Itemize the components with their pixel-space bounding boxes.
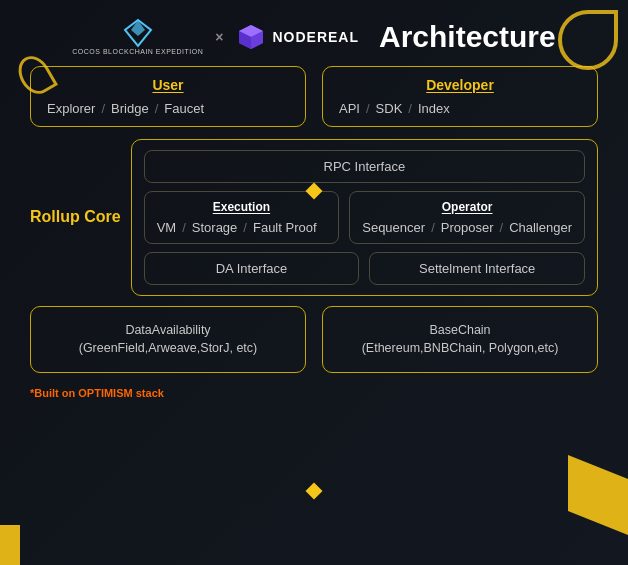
rollup-label: Rollup Core: [30, 139, 121, 296]
cocos-diamond-icon: [123, 18, 153, 48]
footer-highlight: OPTIMISM: [78, 387, 132, 399]
rollup-inner: RPC Interface Execution VM / Storage / F…: [131, 139, 598, 296]
op-sequencer: Sequencer: [362, 220, 425, 235]
operator-items: Sequencer / Proposer / Challenger: [362, 220, 572, 235]
sep1: /: [101, 101, 105, 116]
dev-index: Index: [418, 101, 450, 116]
rollup-section: Rollup Core RPC Interface Execution VM /…: [30, 139, 598, 296]
user-title: User: [47, 77, 289, 93]
page-title: Architecture: [379, 20, 556, 54]
execution-card: Execution VM / Storage / Fault Proof: [144, 191, 340, 244]
rpc-interface-bar: RPC Interface: [144, 150, 585, 183]
footer-prefix: *Built on: [30, 387, 78, 399]
dev-api: API: [339, 101, 360, 116]
user-explorer: Explorer: [47, 101, 95, 116]
footer: *Built on OPTIMISM stack: [0, 383, 628, 403]
da-interface-text: DA Interface: [216, 261, 288, 276]
user-bridge: Bridge: [111, 101, 149, 116]
bottom-row: DataAvailability (GreenField,Arweave,Sto…: [30, 306, 598, 374]
rpc-interface-text: RPC Interface: [324, 159, 406, 174]
background: COCOS BLOCKCHAIN EXPEDITION × NODEREAL A…: [0, 0, 628, 565]
data-availability-card: DataAvailability (GreenField,Arweave,Sto…: [30, 306, 306, 374]
diamond-bottom-icon: [306, 483, 323, 500]
user-card: User Explorer / Bridge / Faucet: [30, 66, 306, 127]
bc-line1: BaseChain: [339, 321, 581, 340]
base-chain-card: BaseChain (Ethereum,BNBChain, Polygon,et…: [322, 306, 598, 374]
sep6: /: [243, 220, 247, 235]
top-row: User Explorer / Bridge / Faucet Develope…: [30, 66, 598, 127]
da-line1: DataAvailability: [47, 321, 289, 340]
cocos-text: COCOS BLOCKCHAIN EXPEDITION: [72, 48, 203, 56]
op-proposer: Proposer: [441, 220, 494, 235]
svg-marker-1: [131, 20, 145, 36]
sep5: /: [182, 220, 186, 235]
execution-items: VM / Storage / Fault Proof: [157, 220, 327, 235]
nodereal-cube-icon: [235, 21, 267, 53]
cross-icon: ×: [215, 29, 223, 45]
dev-sdk: SDK: [376, 101, 403, 116]
sep3: /: [366, 101, 370, 116]
exec-op-row: Execution VM / Storage / Fault Proof Ope…: [144, 191, 585, 244]
sep2: /: [155, 101, 159, 116]
da-line2: (GreenField,Arweave,StorJ, etc): [47, 339, 289, 358]
footer-suffix: stack: [133, 387, 164, 399]
operator-card: Operator Sequencer / Proposer / Challeng…: [349, 191, 585, 244]
da-interface-card: DA Interface: [144, 252, 360, 285]
main-content: User Explorer / Bridge / Faucet Develope…: [0, 66, 628, 374]
deco-bottom-left: [0, 525, 20, 565]
sep8: /: [500, 220, 504, 235]
op-challenger: Challenger: [509, 220, 572, 235]
deco-top-right: [558, 10, 618, 70]
nodereal-logo: NODEREAL: [235, 21, 359, 53]
sep4: /: [408, 101, 412, 116]
developer-card: Developer API / SDK / Index: [322, 66, 598, 127]
exec-storage: Storage: [192, 220, 238, 235]
user-items: Explorer / Bridge / Faucet: [47, 101, 289, 116]
execution-title: Execution: [157, 200, 327, 214]
nodereal-text: NODEREAL: [272, 29, 359, 45]
exec-fault-proof: Fault Proof: [253, 220, 317, 235]
exec-vm: VM: [157, 220, 177, 235]
cocos-logo: COCOS BLOCKCHAIN EXPEDITION: [72, 18, 203, 56]
deco-bottom-right: [568, 455, 628, 535]
settlement-interface-text: Settelment Interface: [419, 261, 535, 276]
sep7: /: [431, 220, 435, 235]
bc-line2: (Ethereum,BNBChain, Polygon,etc): [339, 339, 581, 358]
operator-title: Operator: [362, 200, 572, 214]
settlement-interface-card: Settelment Interface: [369, 252, 585, 285]
developer-items: API / SDK / Index: [339, 101, 581, 116]
da-settle-row: DA Interface Settelment Interface: [144, 252, 585, 285]
header: COCOS BLOCKCHAIN EXPEDITION × NODEREAL A…: [0, 0, 628, 66]
developer-title: Developer: [339, 77, 581, 93]
user-faucet: Faucet: [164, 101, 204, 116]
